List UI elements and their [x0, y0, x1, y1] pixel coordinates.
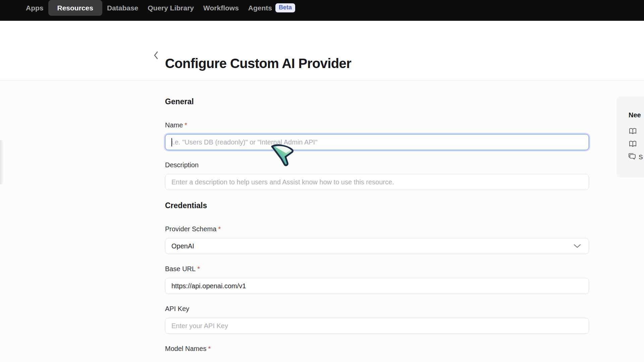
section-heading-credentials: Credentials — [165, 201, 644, 210]
text-caret — [171, 138, 172, 146]
nav-tab-label: Resources — [57, 4, 93, 12]
nav-tab-label: Apps — [26, 4, 44, 12]
nav-tab-label: Agents — [248, 4, 272, 12]
base-url-input[interactable] — [165, 278, 589, 294]
nav-tab-label: Query Library — [148, 4, 194, 12]
help-panel: Nee — [616, 97, 644, 178]
resource-config-form: General Name* Description Credentials Pr… — [0, 80, 644, 353]
help-link-support[interactable]: S — [629, 153, 644, 161]
name-field-group: Name* — [165, 121, 589, 150]
api-key-input[interactable] — [165, 318, 589, 334]
provider-schema-select[interactable]: OpenAI — [165, 238, 589, 254]
api-key-field-group: API Key — [165, 305, 589, 334]
required-asterisk: * — [218, 225, 221, 233]
description-label: Description — [165, 161, 589, 169]
beta-badge: Beta — [275, 3, 295, 12]
nav-tab-query-library[interactable]: Query Library — [143, 0, 199, 16]
section-heading-general: General — [165, 97, 644, 106]
required-asterisk: * — [197, 265, 200, 273]
back-button[interactable] — [150, 50, 162, 62]
chevron-down-icon — [573, 244, 581, 248]
provider-schema-label: Provider Schema* — [165, 225, 589, 233]
nav-tab-label: Workflows — [203, 4, 239, 12]
description-input[interactable] — [165, 174, 589, 190]
name-label: Name* — [165, 121, 589, 129]
help-panel-title: Nee — [629, 111, 644, 119]
book-icon — [629, 140, 637, 149]
model-names-field-group: Model Names* — [165, 345, 589, 353]
chevron-left-icon — [153, 51, 159, 61]
nav-tab-label: Database — [107, 4, 138, 12]
api-key-label: API Key — [165, 305, 589, 313]
help-link-label: S — [639, 154, 643, 161]
required-asterisk: * — [184, 121, 187, 129]
nav-tab-workflows[interactable]: Workflows — [199, 0, 244, 16]
description-field-group: Description — [165, 161, 589, 190]
help-link-docs-2[interactable] — [629, 140, 644, 149]
help-link-docs-1[interactable] — [629, 128, 644, 136]
nav-tab-agents[interactable]: Agents Beta — [244, 0, 300, 16]
provider-schema-field-group: Provider Schema* OpenAI — [165, 225, 589, 254]
nav-tab-apps[interactable]: Apps — [21, 0, 48, 16]
provider-schema-selected-value: OpenAI — [171, 242, 194, 250]
page-header: Configure Custom AI Provider — [0, 21, 644, 80]
left-panel-edge-artifact — [0, 140, 3, 184]
page-title: Configure Custom AI Provider — [165, 56, 351, 71]
book-icon — [629, 128, 637, 136]
name-input[interactable] — [165, 134, 589, 150]
nav-tab-database[interactable]: Database — [102, 0, 143, 16]
nav-tab-resources[interactable]: Resources — [48, 0, 102, 16]
chat-icon — [629, 153, 636, 161]
top-nav-bar: Apps Resources Database Query Library Wo… — [0, 0, 644, 21]
base-url-label: Base URL* — [165, 265, 589, 273]
required-asterisk: * — [208, 345, 211, 352]
model-names-label: Model Names* — [165, 345, 589, 353]
base-url-field-group: Base URL* — [165, 265, 589, 294]
